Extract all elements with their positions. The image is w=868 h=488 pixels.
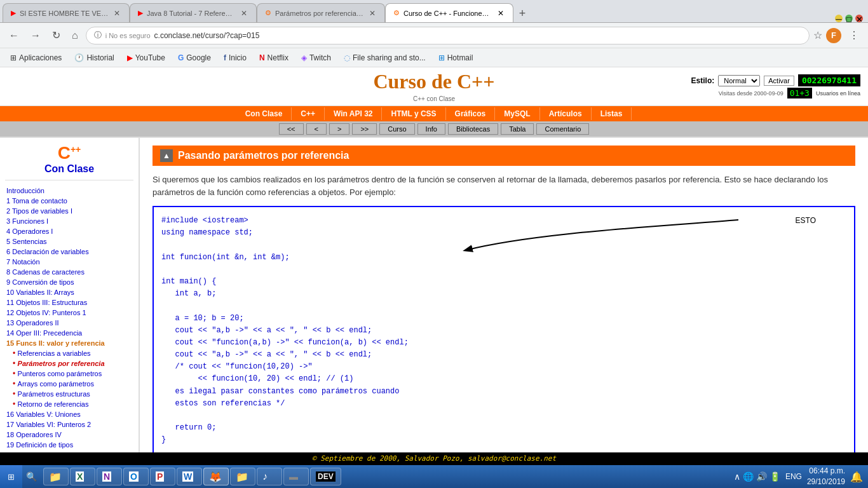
section-heading: ▲ Pasando parámetros por referencia xyxy=(153,146,855,166)
new-tab-button[interactable]: + xyxy=(513,4,531,22)
back-button[interactable]: ← xyxy=(5,27,23,44)
tab-1[interactable]: ▶ SI ESTE HOMBRE TE VEÍA, ESTA... ✕ xyxy=(3,3,130,22)
estilo-label: Estilo: xyxy=(691,76,715,85)
subnav-info[interactable]: Info xyxy=(417,123,445,135)
nav-articulos[interactable]: Artículos xyxy=(540,107,592,120)
sidebar-link-7[interactable]: 7 Notación xyxy=(6,258,40,266)
tray-up-arrow[interactable]: ∧ xyxy=(734,471,740,482)
window-maximize[interactable]: □ xyxy=(845,15,853,22)
subnav-comentario[interactable]: Comentario xyxy=(536,123,589,135)
subnav-prev-prev[interactable]: << xyxy=(279,123,304,135)
tab2-close[interactable]: ✕ xyxy=(240,8,248,19)
taskbar-onenote[interactable]: N xyxy=(97,468,122,485)
nav-cpp[interactable]: C++ xyxy=(292,107,325,120)
activar-button[interactable]: Activar xyxy=(764,76,794,86)
profile-icon[interactable]: F xyxy=(826,28,841,43)
sidebar-link-sub6[interactable]: Retorno de referencias xyxy=(18,400,89,408)
sidebar-link-3[interactable]: 3 Funciones I xyxy=(6,217,48,225)
subnav-curso[interactable]: Curso xyxy=(379,123,414,135)
sidebar-link-12[interactable]: 12 Objetos IV: Punteros 1 xyxy=(6,309,86,316)
tab1-close[interactable]: ✕ xyxy=(112,8,121,19)
sidebar-link-16[interactable]: 16 Variables V: Uniones xyxy=(6,410,81,418)
sidebar-link-1[interactable]: 1 Toma de contacto xyxy=(6,197,67,205)
tab-4[interactable]: ⚙ Curso de C++ - Funciones II: Par... ✕ xyxy=(385,3,513,22)
window-minimize[interactable]: ─ xyxy=(835,15,843,22)
sidebar-link-15[interactable]: 15 Funcs II: valor y referencia xyxy=(6,339,105,347)
taskbar-app1[interactable]: ▬ xyxy=(283,468,309,485)
nav-winapi[interactable]: Win API 32 xyxy=(325,107,382,120)
nav-conclase[interactable]: Con Clase xyxy=(236,107,292,120)
sidebar-link-2[interactable]: 2 Tipos de variables I xyxy=(6,207,72,215)
notification-icon[interactable]: 🔔 xyxy=(850,471,863,483)
sidebar-link-4[interactable]: 4 Operadores I xyxy=(6,227,53,235)
sidebar-link-sub3[interactable]: Punteros como parámetros xyxy=(18,370,102,377)
sidebar-link-sub2[interactable]: Parámetros por referencia xyxy=(18,360,105,367)
bookmark-star[interactable]: ☆ xyxy=(813,29,822,41)
clock[interactable]: 06:44 p.m. 29/10/2019 xyxy=(807,466,845,487)
menu-button[interactable]: ⋮ xyxy=(845,27,863,44)
spotify-icon: ♪ xyxy=(262,471,268,482)
nav-mysql[interactable]: MySQL xyxy=(495,107,539,120)
bookmark-aplicaciones[interactable]: ⊞ Aplicaciones xyxy=(5,52,67,64)
taskbar-powerpoint[interactable]: P xyxy=(150,468,175,485)
bookmark-twitch[interactable]: ◈ Twitch xyxy=(296,52,336,64)
taskbar-word[interactable]: W xyxy=(177,468,202,485)
sidebar-link-8[interactable]: 8 Cadenas de caracteres xyxy=(6,268,85,276)
bookmark-inicio-label: Inicio xyxy=(229,53,247,62)
sidebar-link-5[interactable]: 5 Sentencias xyxy=(6,238,47,245)
tab3-close[interactable]: ✕ xyxy=(368,8,377,19)
window-close[interactable]: ✕ xyxy=(855,15,863,22)
forward-button[interactable]: → xyxy=(27,27,44,44)
sidebar-link-18[interactable]: 18 Operadores IV xyxy=(6,431,62,438)
subnav-prev[interactable]: < xyxy=(306,123,327,135)
code-block: ESTO #include <iostream> using namespace… xyxy=(153,206,855,452)
sidebar-link-17[interactable]: 17 Variables VI: Punteros 2 xyxy=(6,421,91,428)
section-toggle-button[interactable]: ▲ xyxy=(160,149,173,162)
sidebar-link-sub5[interactable]: Parámetros estructuras xyxy=(18,390,90,398)
sidebar-link-11[interactable]: 11 Objetos III: Estructuras xyxy=(6,299,87,306)
subnav-next-next[interactable]: >> xyxy=(352,123,377,135)
bookmark-netflix[interactable]: N Netflix xyxy=(254,52,294,64)
search-button[interactable]: 🔍 xyxy=(22,469,41,484)
taskbar-firefox[interactable]: 🦊 xyxy=(203,468,229,485)
address-bar[interactable]: ⓘ i No es seguro c.conclase.net/curso/?c… xyxy=(86,27,810,44)
sidebar-intro: Introducción xyxy=(5,186,133,196)
bookmark-youtube[interactable]: ▶ YouTube xyxy=(122,52,170,64)
nav-htmlcss[interactable]: HTML y CSS xyxy=(382,107,445,120)
word-icon: W xyxy=(182,471,193,482)
abstract-icon: ▬ xyxy=(289,471,298,482)
tab4-close[interactable]: ✕ xyxy=(496,8,505,19)
sidebar-link-6[interactable]: 6 Declaración de variables xyxy=(6,248,89,255)
sidebar-link-sub1[interactable]: Referencias a variables xyxy=(18,349,91,357)
subnav-next[interactable]: > xyxy=(329,123,349,135)
reload-button[interactable]: ↻ xyxy=(48,27,64,44)
sidebar-link-10[interactable]: 10 Variables II: Arrays xyxy=(6,288,74,296)
bookmark-historial[interactable]: 🕐 Historial xyxy=(69,52,119,64)
nav-graficos[interactable]: Gráficos xyxy=(446,107,496,120)
tab-2[interactable]: ▶ Java 8 Tutorial - 7 Referencias d... ✕ xyxy=(130,3,257,22)
sidebar-link-14[interactable]: 14 Oper III: Precedencia xyxy=(6,329,82,337)
sidebar-link-intro[interactable]: Introducción xyxy=(6,187,44,194)
taskbar-excel[interactable]: X xyxy=(70,468,95,485)
tab-3[interactable]: ⚙ Parámetros por referencia en Ja... ✕ xyxy=(257,3,385,22)
facebook-icon: f xyxy=(224,53,226,62)
sidebar-link-9[interactable]: 9 Conversión de tipos xyxy=(6,278,74,286)
start-button[interactable]: ⊞ xyxy=(0,465,22,488)
home-button[interactable]: ⌂ xyxy=(68,27,82,44)
sidebar-link-sub4[interactable]: Arrays como parámetros xyxy=(18,380,94,388)
taskbar-outlook[interactable]: O xyxy=(123,468,149,485)
nav-listas[interactable]: Listas xyxy=(592,107,632,120)
taskbar-devto[interactable]: DEV xyxy=(310,468,341,485)
subnav-tabla[interactable]: Tabla xyxy=(501,123,534,135)
taskbar-files[interactable]: 📁 xyxy=(230,468,255,485)
subnav-bibliotecas[interactable]: Bibliotecas xyxy=(448,123,498,135)
sidebar-link-19[interactable]: 19 Definición de tipos xyxy=(6,441,73,449)
bookmark-filesharing[interactable]: ◌ File sharing and sto... xyxy=(339,52,431,64)
taskbar-spotify[interactable]: ♪ xyxy=(257,468,282,485)
bookmark-inicio[interactable]: f Inicio xyxy=(219,52,252,64)
estilo-select[interactable]: Normal xyxy=(718,75,760,86)
taskbar-file-explorer[interactable]: 📁 xyxy=(43,468,69,485)
bookmark-google[interactable]: G Google xyxy=(173,52,216,64)
bookmark-hotmail[interactable]: ⊞ Hotmail xyxy=(433,52,478,64)
sidebar-link-13[interactable]: 13 Operadores II xyxy=(6,319,59,327)
